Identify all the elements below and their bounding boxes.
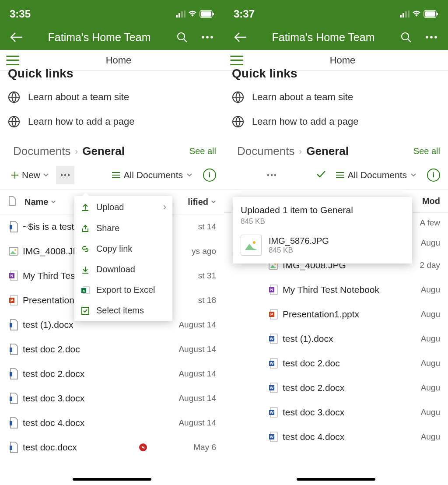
toast-filename: IMG_5876.JPG <box>269 236 329 246</box>
download-icon <box>80 265 90 274</box>
quick-link-add-page[interactable]: Learn how to add a page <box>232 109 440 134</box>
breadcrumb-current: General <box>306 144 349 158</box>
menu-item-share[interactable]: Share <box>74 218 172 239</box>
table-row[interactable]: W test doc 4.docx Augu <box>224 425 448 449</box>
file-icon <box>8 342 19 356</box>
menu-item-label: Export to Excel <box>96 285 155 295</box>
svg-rect-26 <box>10 348 12 352</box>
svg-rect-35 <box>400 15 402 18</box>
file-date: August 14 <box>150 320 216 330</box>
toast-filesize: 845 KB <box>269 246 329 255</box>
quick-links: Learn about a team site Learn how to add… <box>224 81 448 134</box>
share-icon <box>80 224 90 233</box>
svg-point-9 <box>206 36 209 39</box>
see-all-link[interactable]: See all <box>413 146 440 156</box>
quick-link-add-page[interactable]: Learn how to add a page <box>8 109 216 134</box>
search-button[interactable] <box>397 28 415 46</box>
file-icon <box>8 318 19 332</box>
home-label[interactable]: Home <box>243 55 442 66</box>
app-bar: Fatima's Home Team <box>224 25 448 50</box>
file-date: Augu <box>401 334 440 344</box>
home-label[interactable]: Home <box>19 55 218 66</box>
svg-point-74 <box>253 241 256 244</box>
svg-point-42 <box>402 33 409 40</box>
svg-point-15 <box>68 174 70 176</box>
svg-text:W: W <box>270 435 274 439</box>
info-button[interactable]: i <box>203 169 216 182</box>
back-button[interactable] <box>232 28 249 46</box>
status-time: 3:37 <box>234 8 255 20</box>
file-name: test doc 2.doc <box>279 358 401 369</box>
file-type-icon <box>8 196 21 208</box>
table-row[interactable]: W test doc 2.docx Augu <box>224 376 448 400</box>
file-icon: W <box>268 405 279 419</box>
home-indicator[interactable] <box>73 478 151 481</box>
menu-item-excel[interactable]: X Export to Excel <box>74 280 172 300</box>
home-indicator[interactable] <box>297 478 375 481</box>
quick-link-team-site[interactable]: Learn about a team site <box>232 85 440 109</box>
file-name: test doc 2.doc <box>19 344 150 355</box>
more-button[interactable] <box>199 28 216 46</box>
menu-item-download[interactable]: Download <box>74 259 172 280</box>
file-icon <box>8 391 19 405</box>
svg-point-7 <box>178 33 185 40</box>
svg-rect-30 <box>10 446 12 450</box>
menu-item-select[interactable]: Select items <box>74 300 172 321</box>
table-row[interactable]: W test (1).docx Augu <box>224 327 448 351</box>
table-row[interactable]: test doc.docx May 6 <box>0 435 224 460</box>
breadcrumb: Documents › General See all <box>224 134 448 158</box>
table-row[interactable]: test doc 2.docx August 14 <box>0 362 224 386</box>
search-button[interactable] <box>173 28 191 46</box>
table-row[interactable]: test doc 2.doc August 14 <box>0 337 224 362</box>
menu-item-link[interactable]: Copy link <box>74 239 172 259</box>
svg-rect-6 <box>213 13 214 15</box>
sync-error-icon <box>139 443 147 451</box>
svg-rect-25 <box>10 323 12 327</box>
breadcrumb-root[interactable]: Documents <box>13 144 71 158</box>
svg-text:N: N <box>270 288 273 292</box>
image-thumbnail-icon <box>241 235 262 256</box>
svg-rect-36 <box>402 13 404 18</box>
table-row[interactable]: test doc 3.docx August 14 <box>0 386 224 411</box>
menu-item-upload[interactable]: Upload › <box>74 196 172 218</box>
see-all-link[interactable]: See all <box>189 146 216 156</box>
toast-title: Uploaded 1 item to General <box>241 205 404 215</box>
file-name: test doc 2.docx <box>279 383 401 393</box>
more-button[interactable] <box>423 28 440 46</box>
context-menu: Upload › Share Copy link Download X Expo… <box>74 196 172 321</box>
hamburger-button[interactable] <box>6 56 19 65</box>
link-icon <box>80 244 90 254</box>
menu-item-label: Upload <box>96 202 124 212</box>
all-documents-dropdown[interactable]: All Documents <box>336 170 416 180</box>
breadcrumb: Documents › General See all <box>0 134 224 158</box>
upload-toast[interactable]: Uploaded 1 item to General 845 KB IMG_58… <box>233 197 412 264</box>
svg-rect-28 <box>10 397 12 401</box>
toolbar-more-button[interactable] <box>262 166 281 184</box>
file-date: Augu <box>401 358 440 368</box>
new-label: New <box>22 170 40 180</box>
file-list: Augu IMG_4008.JPG 2 dayN My Third Test N… <box>224 233 448 449</box>
done-checkmark[interactable] <box>316 170 326 180</box>
file-name: test doc 2.docx <box>19 369 150 379</box>
back-button[interactable] <box>8 28 25 46</box>
hamburger-button[interactable] <box>230 56 243 65</box>
breadcrumb-root[interactable]: Documents <box>237 144 295 158</box>
all-documents-dropdown[interactable]: All Documents <box>112 170 192 180</box>
info-button[interactable]: i <box>427 169 440 182</box>
table-row[interactable]: W test doc 3.docx Augu <box>224 400 448 425</box>
toolbar-more-button[interactable] <box>56 166 74 184</box>
table-row[interactable]: test doc 4.docx August 14 <box>0 411 224 435</box>
svg-text:W: W <box>270 337 274 341</box>
table-row[interactable]: P Presentation1.pptx Augu <box>224 302 448 327</box>
table-row[interactable]: N My Third Test Notebook Augu <box>224 278 448 302</box>
menu-item-label: Select items <box>96 306 144 316</box>
quick-link-team-site[interactable]: Learn about a team site <box>8 85 216 109</box>
table-row[interactable]: W test doc 2.doc Augu <box>224 351 448 376</box>
app-bar: Fatima's Home Team <box>0 25 224 50</box>
menu-item-label: Share <box>96 223 119 233</box>
svg-point-43 <box>426 36 428 39</box>
breadcrumb-current: General <box>82 144 125 158</box>
new-button[interactable]: New <box>8 170 52 180</box>
toast-file[interactable]: IMG_5876.JPG 845 KB <box>241 235 404 256</box>
quick-links-heading: Quick links <box>0 67 224 81</box>
